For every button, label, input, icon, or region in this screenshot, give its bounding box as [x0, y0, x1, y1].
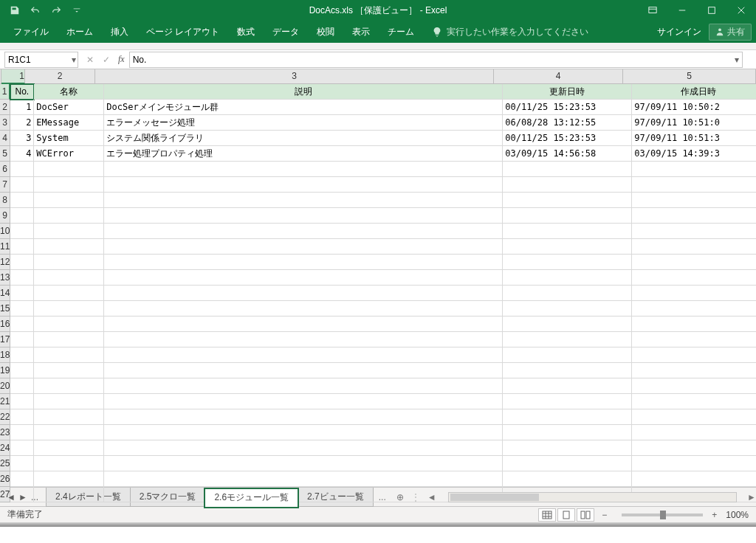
cell[interactable]	[34, 193, 104, 208]
cell[interactable]	[104, 317, 503, 332]
cell[interactable]	[503, 347, 632, 363]
redo-icon[interactable]	[47, 1, 65, 19]
cell[interactable]: エラー処理プロパティ処理	[104, 146, 503, 162]
sheet-tab[interactable]: 2.6モジュール一覧	[205, 488, 298, 508]
cell[interactable]	[34, 471, 104, 487]
cell[interactable]	[503, 394, 632, 409]
cell[interactable]: 更新日時	[503, 84, 632, 100]
cell[interactable]	[632, 363, 756, 378]
zoom-out-icon[interactable]: −	[602, 510, 607, 520]
cell[interactable]: 2	[10, 115, 34, 131]
cell[interactable]	[632, 409, 756, 425]
cell[interactable]	[10, 363, 34, 378]
cell[interactable]: 03/09/15 14:39:3	[632, 146, 756, 162]
row-header[interactable]: 23	[0, 425, 10, 440]
cell[interactable]	[34, 286, 104, 301]
cell[interactable]	[104, 440, 503, 456]
cell[interactable]	[632, 347, 756, 363]
cell[interactable]	[34, 255, 104, 270]
cell[interactable]	[10, 332, 34, 347]
cell[interactable]	[34, 162, 104, 177]
cell[interactable]	[632, 224, 756, 239]
cell[interactable]	[34, 332, 104, 347]
cell[interactable]	[104, 301, 503, 317]
cell[interactable]	[104, 363, 503, 378]
cell[interactable]: 06/08/28 13:12:55	[503, 115, 632, 131]
cell[interactable]	[34, 301, 104, 317]
cell[interactable]: 3	[10, 131, 34, 146]
row-header[interactable]: 14	[0, 286, 10, 301]
horizontal-scrollbar[interactable]	[448, 492, 737, 502]
row-header[interactable]: 5	[0, 146, 10, 162]
cell[interactable]	[104, 456, 503, 471]
tab-home[interactable]: ホーム	[58, 21, 102, 43]
tab-insert[interactable]: 挿入	[102, 21, 137, 43]
cell[interactable]	[34, 208, 104, 224]
cell[interactable]	[34, 394, 104, 409]
row-header[interactable]: 13	[0, 270, 10, 286]
qat-customize-icon[interactable]	[68, 1, 86, 19]
scroll-thumb[interactable]	[450, 494, 539, 501]
cell[interactable]	[10, 286, 34, 301]
cell[interactable]	[632, 239, 756, 255]
cell[interactable]	[104, 378, 503, 394]
cell[interactable]	[632, 286, 756, 301]
row-header[interactable]: 12	[0, 255, 10, 270]
tab-data[interactable]: データ	[264, 21, 308, 43]
formula-input[interactable]: No. ▾	[129, 52, 743, 68]
cell[interactable]	[503, 255, 632, 270]
cell[interactable]	[104, 270, 503, 286]
cell[interactable]	[34, 177, 104, 193]
row-header[interactable]: 24	[0, 440, 10, 456]
cell[interactable]	[503, 471, 632, 487]
cell[interactable]	[503, 301, 632, 317]
share-button[interactable]: 共有	[709, 24, 752, 41]
row-header[interactable]: 10	[0, 224, 10, 239]
signin-link[interactable]: サインイン	[657, 26, 701, 38]
expand-formula-icon[interactable]: ▾	[735, 55, 739, 65]
cell[interactable]	[503, 440, 632, 456]
cell[interactable]	[10, 177, 34, 193]
cell[interactable]	[34, 224, 104, 239]
row-header[interactable]: 26	[0, 471, 10, 487]
cell[interactable]	[34, 425, 104, 440]
row-header[interactable]: 18	[0, 347, 10, 363]
cell[interactable]: DocSer	[34, 100, 104, 115]
cell[interactable]	[503, 208, 632, 224]
cell[interactable]	[10, 255, 34, 270]
cell[interactable]	[34, 409, 104, 425]
cell[interactable]	[503, 378, 632, 394]
cells-area[interactable]: No.名称説明更新日時作成日時1DocSerDocSerメインモジュール群00/…	[10, 84, 756, 502]
cell[interactable]	[34, 440, 104, 456]
cell[interactable]	[632, 425, 756, 440]
cell[interactable]	[10, 425, 34, 440]
chevron-down-icon[interactable]: ▾	[72, 55, 76, 65]
col-header[interactable]: 4	[494, 69, 623, 84]
cell[interactable]	[503, 162, 632, 177]
cell[interactable]	[632, 317, 756, 332]
cell[interactable]	[632, 255, 756, 270]
cell[interactable]	[632, 162, 756, 177]
cell[interactable]	[10, 394, 34, 409]
row-header[interactable]: 3	[0, 115, 10, 131]
cell[interactable]	[632, 440, 756, 456]
cell[interactable]	[104, 394, 503, 409]
row-header[interactable]: 4	[0, 131, 10, 146]
cell[interactable]	[104, 239, 503, 255]
row-header[interactable]: 6	[0, 162, 10, 177]
cell[interactable]	[104, 425, 503, 440]
cell[interactable]	[104, 286, 503, 301]
cell[interactable]	[632, 193, 756, 208]
cell[interactable]	[10, 193, 34, 208]
row-header[interactable]: 8	[0, 193, 10, 208]
cell[interactable]: 1	[10, 100, 34, 115]
row-header[interactable]: 15	[0, 301, 10, 317]
col-header[interactable]: 1	[1, 69, 25, 84]
cancel-icon[interactable]: ✕	[84, 55, 96, 65]
row-header[interactable]: 21	[0, 394, 10, 409]
tab-formulas[interactable]: 数式	[228, 21, 264, 43]
cell[interactable]: No.	[10, 84, 34, 100]
row-header[interactable]: 11	[0, 239, 10, 255]
cell[interactable]	[10, 239, 34, 255]
cell[interactable]	[104, 177, 503, 193]
